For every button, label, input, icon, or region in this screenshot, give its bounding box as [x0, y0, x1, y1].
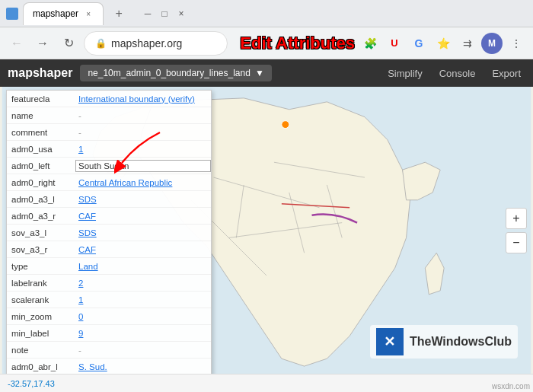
close-button[interactable]: × — [174, 6, 189, 21]
new-tab-button[interactable]: + — [108, 3, 129, 24]
attr-val-adm0_a3_l[interactable]: SDS — [75, 194, 211, 205]
toolbar-actions: Simplify Console Export — [383, 65, 525, 82]
attr-key-featurecla: featurecla — [7, 94, 75, 104]
attr-val-type[interactable]: Land — [75, 261, 211, 272]
tab-title: mapshaper — [33, 8, 78, 19]
extensions-icon[interactable]: 🧩 — [359, 33, 381, 54]
attr-val-adm0_usa[interactable]: 1 — [75, 144, 211, 155]
browser-favicon — [6, 8, 18, 20]
edit-attributes-label: Edit Attributes — [240, 33, 355, 53]
attr-key-sov_a3_l: sov_a3_l — [7, 228, 75, 238]
table-row: featureclaInternational boundary (verify… — [7, 91, 211, 107]
export-button[interactable]: Export — [487, 65, 525, 82]
attr-key-adm0_right: adm0_right — [7, 177, 75, 188]
map-tools: + − — [506, 208, 527, 253]
attr-key-scalerank: scalerank — [7, 295, 75, 305]
table-row: adm0_abr_lS. Sud. — [7, 359, 211, 374]
table-row: min_label9 — [7, 325, 211, 342]
lock-icon: 🔒 — [95, 38, 107, 49]
menu-icon[interactable]: ⋮ — [506, 33, 527, 54]
attr-key-adm0_left: adm0_left — [7, 161, 75, 171]
dataset-name: ne_10m_admin_0_boundary_lines_land — [88, 68, 251, 78]
attr-key-comment: comment — [7, 127, 75, 138]
attr-key-type: type — [7, 261, 75, 272]
browser-title-bar: mapshaper × + ─ □ × — [0, 0, 533, 27]
table-row: adm0_a3_lSDS — [7, 191, 211, 208]
address-text: mapshaper.org — [111, 37, 182, 49]
attr-key-min_label: min_label — [7, 328, 75, 339]
dataset-selector[interactable]: ne_10m_admin_0_boundary_lines_land ▼ — [80, 65, 271, 81]
attr-val-adm0_left[interactable]: South Sudan — [75, 160, 211, 172]
forward-button[interactable]: → — [32, 33, 53, 54]
zoom-in-button[interactable]: + — [506, 208, 527, 229]
attr-val-min_label[interactable]: 9 — [75, 328, 211, 339]
svg-point-9 — [282, 121, 289, 129]
attr-val-sov_a3_r[interactable]: CAF — [75, 244, 211, 255]
browser-action-icons: 🧩 U G ⭐ ⇉ M ⋮ — [359, 33, 527, 54]
table-row: typeLand — [7, 258, 211, 275]
window-controls: ─ □ × — [140, 6, 189, 21]
browser-tab[interactable]: mapshaper × — [23, 2, 104, 25]
puzzle-icon[interactable]: ⭐ — [432, 33, 454, 54]
attr-val-min_zoom[interactable]: 0 — [75, 311, 211, 322]
attr-key-adm0_a3_l: adm0_a3_l — [7, 194, 75, 205]
attr-val-labelrank[interactable]: 2 — [75, 278, 211, 288]
table-row: adm0_usa1 — [7, 141, 211, 158]
attr-key-adm0_usa: adm0_usa — [7, 144, 75, 155]
attr-val-adm0_abr_l[interactable]: S. Sud. — [75, 362, 211, 372]
zoom-out-button[interactable]: − — [506, 232, 527, 253]
watermark: TheWindowsClub — [370, 325, 518, 359]
attr-val-adm0_right[interactable]: Central African Republic — [75, 177, 211, 188]
watermark-text: TheWindowsClub — [410, 335, 512, 349]
app-brand: mapshaper — [8, 66, 72, 80]
bookmark-icon[interactable]: ⇉ — [457, 33, 478, 54]
table-row: name- — [7, 107, 211, 124]
tab-close-button[interactable]: × — [83, 8, 94, 19]
ublock-icon[interactable]: U — [384, 33, 405, 54]
simplify-button[interactable]: Simplify — [383, 65, 427, 82]
table-row: scalerank1 — [7, 292, 211, 308]
attr-key-labelrank: labelrank — [7, 278, 75, 288]
table-row: comment- — [7, 124, 211, 141]
dropdown-arrow-icon: ▼ — [255, 68, 264, 78]
table-row: adm0_a3_rCAF — [7, 208, 211, 225]
table-row: adm0_rightCentral African Republic — [7, 174, 211, 191]
g-icon[interactable]: G — [408, 33, 429, 54]
table-row: labelrank2 — [7, 275, 211, 292]
attr-val-adm0_a3_r[interactable]: CAF — [75, 211, 211, 221]
maximize-button[interactable]: □ — [157, 6, 172, 21]
attr-key-min_zoom: min_zoom — [7, 311, 75, 322]
address-bar-row: ← → ↻ 🔒 mapshaper.org Edit Attributes 🧩 … — [0, 27, 533, 59]
attr-key-name: name — [7, 110, 75, 121]
attributes-panel: featureclaInternational boundary (verify… — [6, 90, 212, 374]
status-bar: -32.57,17.43 — [0, 374, 533, 392]
coordinates-display: -32.57,17.43 — [8, 379, 55, 388]
attr-val-comment: - — [75, 127, 211, 138]
attr-val-name: - — [75, 110, 211, 121]
profile-avatar[interactable]: M — [481, 33, 503, 54]
attr-val-note: - — [75, 345, 211, 355]
attr-key-sov_a3_r: sov_a3_r — [7, 244, 75, 255]
table-row: sov_a3_rCAF — [7, 241, 211, 258]
watermark-logo-icon — [376, 328, 404, 355]
reload-button[interactable]: ↻ — [58, 33, 79, 54]
main-content: + − featureclaInternational boundary (ve… — [0, 87, 533, 374]
table-row: adm0_leftSouth Sudan — [7, 158, 211, 174]
attr-key-adm0_a3_r: adm0_a3_r — [7, 211, 75, 221]
attr-key-note: note — [7, 345, 75, 355]
app-toolbar: mapshaper ne_10m_admin_0_boundary_lines_… — [0, 59, 533, 87]
address-field[interactable]: 🔒 mapshaper.org — [84, 31, 228, 56]
attr-val-sov_a3_l[interactable]: SDS — [75, 228, 211, 238]
attr-key-adm0_abr_l: adm0_abr_l — [7, 362, 75, 372]
attr-val-featurecla[interactable]: International boundary (verify) — [75, 94, 211, 104]
table-row: note- — [7, 342, 211, 359]
corner-watermark: wsxdn.com — [492, 382, 530, 390]
console-button[interactable]: Console — [435, 65, 480, 82]
back-button[interactable]: ← — [6, 33, 27, 54]
minimize-button[interactable]: ─ — [140, 6, 155, 21]
table-row: sov_a3_lSDS — [7, 225, 211, 241]
table-row: min_zoom0 — [7, 308, 211, 325]
attr-val-scalerank[interactable]: 1 — [75, 295, 211, 305]
